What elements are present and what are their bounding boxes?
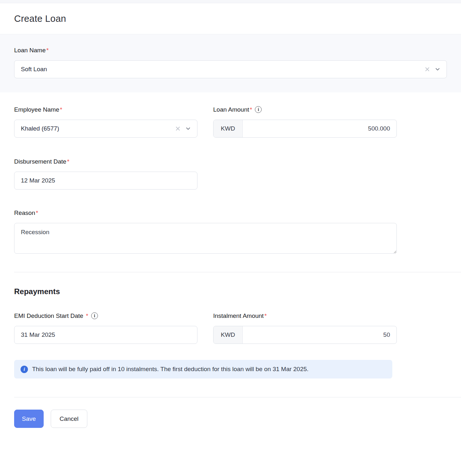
employee-name-label-text: Employee Name — [14, 106, 59, 113]
emi-start-date-input[interactable] — [14, 326, 197, 344]
required-asterisk: * — [60, 106, 62, 113]
emi-start-date-field-group: EMI Deduction Start Date* i — [14, 312, 197, 344]
form-main: Employee Name* Khaled (6577) Loan Amount… — [0, 106, 461, 428]
required-asterisk: * — [46, 47, 48, 54]
disbursement-date-input[interactable] — [14, 172, 197, 190]
loan-name-label-text: Loan Name — [14, 47, 46, 54]
reason-field-group: Reason* Recession — [14, 209, 397, 254]
instalment-amount-label-text: Instalment Amount — [213, 312, 264, 319]
section-divider — [14, 272, 461, 272]
loan-name-value: Soft Loan — [21, 66, 424, 73]
disbursement-date-label: Disbursement Date* — [14, 158, 197, 165]
instalment-info-text: This loan will be fully paid off in 10 i… — [32, 365, 309, 373]
top-strip — [0, 0, 461, 3]
chevron-down-icon[interactable] — [434, 66, 441, 72]
clear-icon[interactable] — [175, 125, 181, 132]
repayments-heading: Repayments — [14, 287, 461, 296]
emi-start-date-label-text: EMI Deduction Start Date — [14, 312, 83, 319]
loan-amount-label-text: Loan Amount — [213, 106, 249, 113]
employee-name-field-group: Employee Name* Khaled (6577) — [14, 106, 197, 138]
required-asterisk: * — [67, 158, 69, 165]
currency-prefix: KWD — [213, 326, 243, 344]
save-button[interactable]: Save — [14, 410, 44, 428]
reason-textarea[interactable]: Recession — [14, 223, 397, 254]
info-filled-icon: i — [21, 366, 28, 373]
loan-name-section: Loan Name* Soft Loan — [0, 34, 461, 92]
required-asterisk: * — [86, 312, 88, 319]
disbursement-date-field-group: Disbursement Date* — [14, 158, 197, 190]
instalment-amount-box: KWD — [213, 326, 397, 344]
loan-amount-field-group: Loan Amount* i KWD — [213, 106, 397, 138]
reason-label-text: Reason — [14, 209, 35, 217]
chevron-down-icon[interactable] — [185, 125, 191, 132]
instalment-amount-label: Instalment Amount* — [213, 312, 397, 319]
loan-name-label: Loan Name* — [14, 47, 447, 54]
emi-start-date-label: EMI Deduction Start Date* i — [14, 312, 197, 319]
info-icon[interactable]: i — [255, 106, 262, 113]
cancel-button[interactable]: Cancel — [51, 410, 87, 428]
required-asterisk: * — [36, 209, 38, 217]
currency-prefix: KWD — [213, 120, 243, 137]
form-actions: Save Cancel — [14, 410, 461, 428]
employee-name-label: Employee Name* — [14, 106, 197, 113]
loan-amount-box: KWD — [213, 120, 397, 138]
reason-label: Reason* — [14, 209, 397, 217]
page-title: Create Loan — [14, 13, 66, 24]
disbursement-date-label-text: Disbursement Date — [14, 158, 66, 165]
page-header: Create Loan — [0, 3, 461, 34]
instalment-info-banner: i This loan will be fully paid off in 10… — [14, 360, 392, 378]
loan-amount-input[interactable] — [243, 120, 396, 137]
loan-name-select[interactable]: Soft Loan — [14, 60, 447, 78]
required-asterisk: * — [250, 106, 252, 113]
clear-icon[interactable] — [424, 66, 431, 72]
info-icon[interactable]: i — [91, 312, 98, 319]
loan-amount-label: Loan Amount* i — [213, 106, 397, 113]
employee-name-value: Khaled (6577) — [21, 125, 175, 132]
instalment-amount-field-group: Instalment Amount* KWD — [213, 312, 397, 344]
footer-divider — [14, 397, 461, 397]
required-asterisk: * — [264, 312, 266, 319]
instalment-amount-input[interactable] — [243, 326, 396, 344]
employee-name-select[interactable]: Khaled (6577) — [14, 120, 197, 138]
